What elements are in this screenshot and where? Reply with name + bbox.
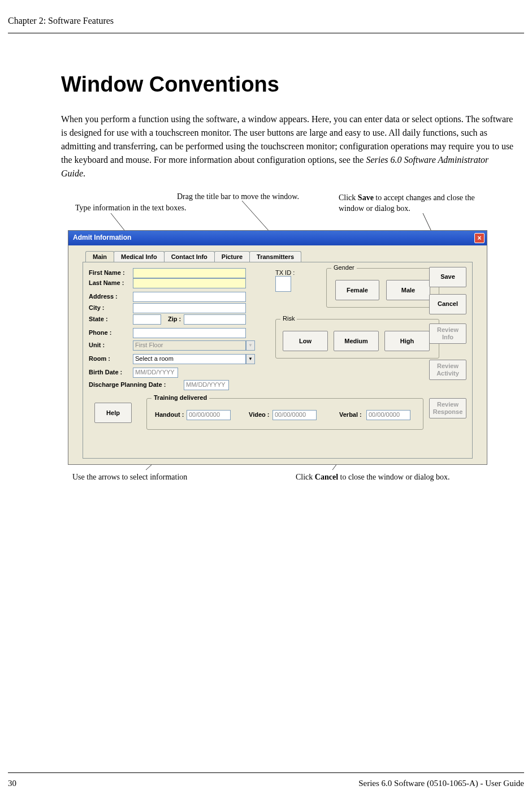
help-button[interactable]: Help: [94, 403, 132, 423]
birth-date-label: Birth Date :: [89, 369, 122, 375]
room-dropdown[interactable]: Select a room: [133, 354, 246, 364]
callout-save: Click Save to accept changes and close t…: [339, 193, 491, 214]
gender-group: Gender Female Male: [326, 268, 439, 308]
dialog-window: Admit Information × Main Medical Info Co…: [68, 230, 487, 465]
review-info-button[interactable]: Review Info: [429, 323, 466, 344]
page-header: Chapter 2: Software Features: [8, 16, 524, 33]
city-label: City :: [89, 304, 105, 311]
low-button[interactable]: Low: [283, 331, 328, 351]
training-group: Training delivered Handout : 00/00/0000 …: [146, 398, 423, 430]
review-response-button[interactable]: Review Response: [429, 398, 466, 418]
tab-main[interactable]: Main: [85, 251, 114, 262]
first-name-label: First Name :: [89, 269, 125, 276]
annotated-figure: Type information in the text boxes. Drag…: [61, 191, 515, 496]
room-label: Room :: [89, 355, 110, 362]
dialog-title: Admit Information: [73, 234, 131, 241]
tabstrip: Main Medical Info Contact Info Picture T…: [85, 251, 301, 262]
unit-label: Unit :: [89, 342, 105, 348]
address-input[interactable]: [133, 292, 246, 302]
last-name-input[interactable]: [133, 278, 246, 288]
dialog-body: Main Medical Info Contact Info Picture T…: [68, 245, 487, 464]
callout-titlebar: Drag the title bar to move the window.: [177, 192, 299, 202]
phone-label: Phone :: [89, 329, 111, 336]
training-group-label: Training delivered: [152, 394, 209, 401]
address-label: Address :: [89, 293, 118, 300]
first-name-input[interactable]: [133, 268, 246, 278]
callout-cancel: Click Cancel to close the window or dial…: [296, 472, 450, 483]
txid-input[interactable]: [275, 276, 291, 292]
tab-contact-info[interactable]: Contact Info: [164, 251, 215, 262]
intro-paragraph: When you perform a function using the so…: [61, 113, 515, 180]
page-title: Window Conventions: [61, 72, 515, 97]
high-button[interactable]: High: [384, 331, 430, 351]
state-input[interactable]: [133, 314, 161, 325]
verbal-label: Verbal :: [339, 411, 362, 418]
discharge-date-input[interactable]: MM/DD/YYYY: [184, 380, 229, 390]
tab-medical-info[interactable]: Medical Info: [114, 251, 165, 262]
callout-arrows: Use the arrows to select information: [72, 472, 187, 483]
room-dropdown-arrow-icon[interactable]: ▼: [246, 354, 255, 364]
dialog-titlebar[interactable]: Admit Information ×: [68, 231, 487, 245]
medium-button[interactable]: Medium: [334, 331, 379, 351]
state-label: State :: [89, 316, 108, 322]
gender-group-label: Gender: [331, 264, 357, 271]
form-area: First Name : Last Name : Address : City …: [83, 262, 473, 459]
phone-input[interactable]: [133, 328, 246, 338]
discharge-date-label: Discharge Planning Date :: [89, 381, 166, 388]
chapter-label: Chapter 2: Software Features: [8, 16, 114, 25]
tab-picture[interactable]: Picture: [214, 251, 250, 262]
male-button[interactable]: Male: [386, 280, 430, 300]
city-input[interactable]: [133, 303, 246, 313]
unit-dropdown[interactable]: First Floor: [133, 340, 246, 351]
cancel-button[interactable]: Cancel: [429, 294, 466, 314]
female-button[interactable]: Female: [335, 280, 379, 300]
doc-id: Series 6.0 Software (0510-1065-A) - User…: [358, 779, 524, 788]
handout-input[interactable]: 00/00/0000: [187, 410, 231, 420]
main-content: Window Conventions When you perform a fu…: [61, 57, 515, 803]
video-label: Video :: [249, 411, 269, 418]
last-name-label: Last Name :: [89, 279, 124, 286]
review-activity-button[interactable]: Review Activity: [429, 360, 466, 380]
zip-label: Zip :: [168, 316, 181, 322]
save-button[interactable]: Save: [429, 267, 466, 287]
tab-transmitters[interactable]: Transmitters: [249, 251, 301, 262]
handout-label: Handout :: [155, 411, 184, 418]
verbal-input[interactable]: 00/00/0000: [366, 410, 410, 420]
zip-input[interactable]: [184, 314, 246, 325]
birth-date-input[interactable]: MM/DD/YYYY: [133, 368, 178, 378]
page-number: 30: [8, 779, 16, 788]
intro-post: .: [83, 169, 85, 178]
svg-line-1: [242, 201, 270, 232]
risk-group-label: Risk: [280, 315, 297, 322]
callout-textboxes: Type information in the text boxes.: [75, 203, 187, 214]
video-input[interactable]: 00/00/0000: [273, 410, 317, 420]
unit-dropdown-arrow-icon[interactable]: ▼: [246, 340, 255, 351]
txid-label: TX ID :: [275, 269, 295, 276]
risk-group: Risk Low Medium High: [275, 319, 439, 359]
page-footer: 30 Series 6.0 Software (0510-1065-A) - U…: [8, 772, 524, 788]
close-icon[interactable]: ×: [474, 233, 485, 243]
